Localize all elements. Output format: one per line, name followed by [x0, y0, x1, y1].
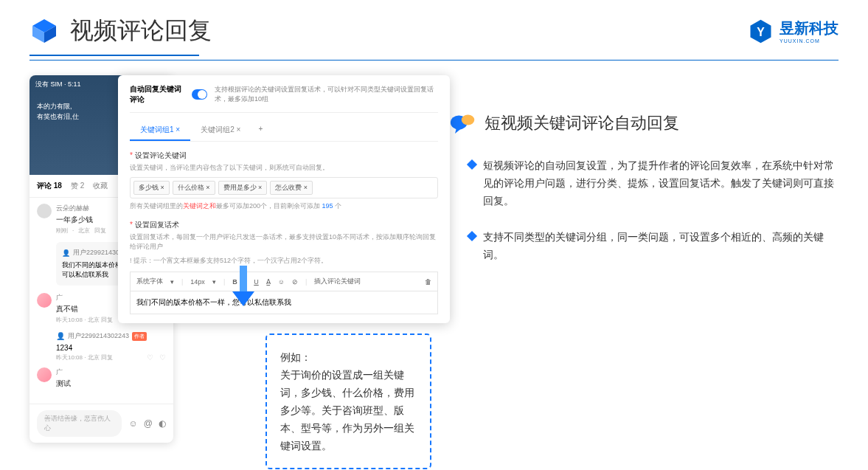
- underline-icon[interactable]: U: [254, 278, 259, 286]
- svg-point-8: [462, 115, 475, 125]
- logo-text-sub: YUUXIN.COM: [780, 38, 839, 44]
- video-caption: 本的力有限, 有笑也有泪,仕: [37, 101, 79, 122]
- tab-comments[interactable]: 评论 18: [37, 181, 62, 191]
- svg-text:Y: Y: [757, 25, 765, 38]
- title-underline: [29, 55, 199, 56]
- avatar: [37, 293, 52, 308]
- keyword-group-tab-1[interactable]: 关键词组1 ×: [130, 120, 190, 141]
- reply-section-sub: 设置回复话术，每回复一个用户评论只发送一条话术，最多支持设置10条不同话术，按添…: [130, 232, 438, 252]
- speech-bubble-icon: [450, 112, 476, 134]
- comment-input[interactable]: 善语结善缘，恶言伤人心: [37, 410, 122, 437]
- comment-meta: 昨天10:08 · 北京 回复: [56, 353, 113, 362]
- reply-section-label: 设置回复话术: [130, 220, 438, 230]
- right-column: 短视频关键词评论自动回复 短视频评论的自动回复设置，为了提升作者的评论回复效率，…: [450, 75, 839, 282]
- size-select[interactable]: 14px: [190, 278, 205, 286]
- keyword-group-tab-2[interactable]: 关键词组2 ×: [190, 120, 251, 141]
- bullet-text: 短视频评论的自动回复设置，为了提升作者的评论回复效率，在系统中针对常见的评论用户…: [483, 156, 839, 210]
- dislike-icon[interactable]: ♡: [159, 353, 166, 362]
- insert-keyword-button[interactable]: 插入评论关键词: [314, 277, 361, 286]
- svg-rect-5: [240, 266, 247, 291]
- like-icon[interactable]: ♡: [147, 353, 153, 362]
- arrow-down-icon: [232, 266, 254, 309]
- bullet-text: 支持不同类型的关键词分组，同一类问题，可设置多个相近的、高频的关键词。: [483, 228, 839, 263]
- page-title: 视频评论回复: [70, 15, 212, 47]
- left-column: 没有 SIM · 5:11 本的力有限, 有笑也有泪,仕 评论 18 赞 2 收…: [29, 75, 428, 282]
- logo-text-main: 昱新科技: [780, 18, 839, 38]
- config-panel: 自动回复关键词评论 支持根据评论的关键词设置回复话术，可以针对不同类型关键词设置…: [118, 75, 450, 323]
- diamond-bullet-icon: [467, 159, 477, 170]
- keyword-tag[interactable]: 怎么收费 ×: [270, 181, 313, 195]
- right-title: 短视频关键词评论自动回复: [485, 112, 679, 134]
- header-logo: Y 昱新科技 YUUXIN.COM: [748, 18, 839, 44]
- keyword-tag[interactable]: 多少钱 ×: [133, 181, 170, 195]
- config-hint: 支持根据评论的关键词设置回复话术，可以针对不同类型关键词设置回复话术，最多添加1…: [215, 85, 438, 104]
- author-tag: 作者: [132, 332, 147, 341]
- example-text: 关于询价的设置成一组关键词，多少钱、什么价格，费用多少等。关于咨询班型、版本、型…: [280, 366, 417, 455]
- phone-status-bar: 没有 SIM · 5:11: [35, 80, 81, 89]
- tab-likes[interactable]: 赞 2: [71, 181, 84, 191]
- config-title: 自动回复关键词评论: [130, 84, 184, 105]
- reply-avatar-icon: 👤: [62, 249, 70, 257]
- comment-item: 广 测试: [37, 367, 166, 390]
- header-divider: [29, 60, 839, 61]
- reply-avatar-icon: 👤: [56, 332, 65, 340]
- comment-username: 广: [56, 367, 166, 377]
- page-header: 视频评论回复 Y 昱新科技 YUUXIN.COM: [0, 0, 868, 55]
- send-icon[interactable]: ◐: [159, 418, 166, 429]
- reply-username: 用户2299214302243: [68, 331, 129, 341]
- keyword-tag-input[interactable]: 多少钱 × 什么价格 × 费用是多少 × 怎么收费 ×: [130, 177, 438, 198]
- auto-reply-toggle[interactable]: [192, 89, 207, 100]
- tab-collect[interactable]: 收藏: [93, 181, 108, 191]
- comment-meta: 昨天10:08 · 北京 回复: [56, 316, 113, 324]
- keyword-tag[interactable]: 什么价格 ×: [173, 181, 215, 195]
- reply-section-tip: ! 提示：一个富文本框最多支持512个字符，一个汉字占用2个字符。: [130, 256, 438, 266]
- editor-toolbar: 系统字体▾ | 14px▾ | B I U A̲ ☺ ⊘ | 插入评论关键词 🗑: [130, 272, 438, 291]
- at-icon[interactable]: @: [144, 418, 153, 429]
- keyword-section-label: 设置评论关键词: [130, 151, 438, 161]
- comment-input-bar: 善语结善缘，恶言伤人心 ☺ @ ◐: [29, 404, 173, 443]
- cube-icon: [29, 16, 59, 46]
- logo-hex-icon: Y: [748, 18, 774, 44]
- keyword-tag[interactable]: 费用是多少 ×: [218, 181, 268, 195]
- example-box: 例如： 关于询价的设置成一组关键词，多少钱、什么价格，费用多少等。关于咨询班型、…: [265, 334, 431, 469]
- avatar: [37, 367, 52, 382]
- bullet-item: 短视频评论的自动回复设置，为了提升作者的评论回复效率，在系统中针对常见的评论用户…: [450, 156, 839, 210]
- header-left: 视频评论回复: [29, 15, 212, 47]
- example-label: 例如：: [280, 348, 417, 366]
- avatar: [37, 204, 52, 218]
- delete-icon[interactable]: 🗑: [425, 278, 431, 286]
- emoji-icon[interactable]: ☺: [278, 278, 285, 286]
- reply-text: 1234: [56, 344, 166, 352]
- clear-icon[interactable]: ⊘: [292, 278, 298, 286]
- comment-text: 测试: [56, 379, 166, 389]
- bullet-item: 支持不同类型的关键词分组，同一类问题，可设置多个相近的、高频的关键词。: [450, 228, 839, 263]
- keyword-count-hint: 所有关键词组里的关键词之和最多可添加200个，目前剩余可添加 195 个: [130, 201, 438, 211]
- add-tab-button[interactable]: +: [251, 120, 270, 141]
- font-select[interactable]: 系统字体: [136, 277, 163, 286]
- keyword-section-sub: 设置关键词，当评论里内容包含了以下关键词，则系统可自动回复。: [130, 163, 438, 173]
- color-icon[interactable]: A̲: [266, 278, 271, 286]
- emoji-icon[interactable]: ☺: [129, 418, 138, 429]
- editor-body[interactable]: 我们不同的版本价格不一样，您可以私信联系我: [130, 291, 438, 314]
- diamond-bullet-icon: [467, 231, 477, 241]
- svg-marker-6: [232, 291, 254, 306]
